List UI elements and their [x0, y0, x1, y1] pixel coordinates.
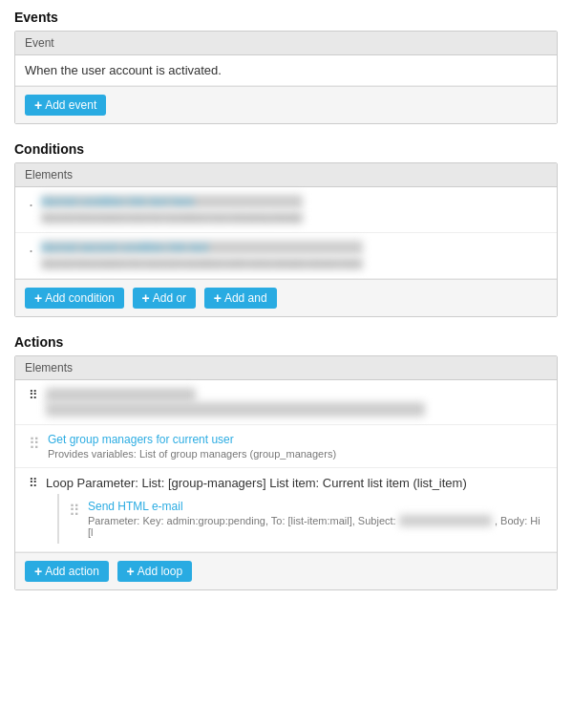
send-email-link[interactable]: Send HTML e-mail	[88, 500, 547, 513]
send-email-desc-prefix: Parameter: Key: admin:group:pending, To:…	[88, 515, 396, 526]
add-loop-plus-icon: +	[127, 565, 135, 578]
group-managers-link[interactable]: Get group managers for current user	[48, 433, 336, 446]
events-box: Event When the user account is activated…	[14, 31, 558, 124]
actions-button-row: + Add action + Add loop	[15, 552, 557, 589]
drag-handle-4[interactable]: ⠿	[69, 502, 80, 520]
group-managers-content: Get group managers for current user Prov…	[48, 433, 336, 460]
events-body: When the user account is activated. + Ad…	[15, 55, 557, 123]
add-or-label: Add or	[153, 291, 186, 305]
events-section: Events Event When the user account is ac…	[14, 10, 558, 124]
loop-content: Loop Parameter: List: [group-managers] L…	[46, 476, 467, 490]
group-managers-desc: Provides variables: List of group manage…	[48, 448, 336, 460]
condition-item-1: · blurred condition link text here blurr…	[15, 187, 557, 233]
action-desc-blurred: blurred action description text showing …	[46, 402, 425, 417]
add-event-button[interactable]: + Add event	[25, 95, 106, 116]
conditions-section: Conditions Elements · blurred condition …	[14, 141, 558, 317]
add-event-label: Add event	[45, 98, 96, 112]
loop-param2: List item: Current list item (list_item)	[269, 476, 467, 490]
action-blurred-content: blurred action title text here blurred a…	[46, 388, 425, 417]
action-item-group-managers: ⠿ Get group managers for current user Pr…	[15, 425, 557, 468]
add-and-label: Add and	[224, 291, 267, 305]
actions-header: Elements	[15, 356, 557, 380]
add-action-button[interactable]: + Add action	[25, 561, 109, 582]
add-or-plus-icon: +	[142, 291, 150, 305]
conditions-button-row: + Add condition + Add or + Add and	[15, 279, 557, 316]
drag-handle-1[interactable]: ⠿	[29, 388, 38, 402]
actions-box: Elements ⠿ blurred action title text her…	[14, 355, 558, 590]
condition-content-2: blurred second condition link text blurr…	[41, 241, 363, 270]
actions-title: Actions	[14, 334, 558, 350]
send-email-desc-blurred: blurred subject here	[399, 515, 492, 526]
send-email-desc: Parameter: Key: admin:group:pending, To:…	[88, 515, 547, 538]
actions-section: Actions Elements ⠿ blurred action title …	[14, 334, 558, 590]
add-condition-plus-icon: +	[34, 291, 42, 305]
drag-handle-2[interactable]: ⠿	[29, 435, 40, 453]
condition-link-1[interactable]: blurred condition link text here	[41, 195, 303, 208]
events-header: Event	[15, 32, 557, 55]
add-loop-label: Add loop	[138, 565, 182, 578]
events-button-row: + Add event	[15, 86, 557, 123]
add-action-label: Add action	[45, 565, 99, 578]
add-condition-label: Add condition	[45, 291, 115, 305]
add-or-button[interactable]: + Add or	[133, 288, 197, 309]
loop-header: ⠿ Loop Parameter: List: [group-managers]…	[29, 476, 547, 490]
loop-inner-action: ⠿ Send HTML e-mail Parameter: Key: admin…	[69, 494, 547, 544]
action-item-blurred-inner: ⠿ blurred action title text here blurred…	[29, 388, 547, 417]
condition-content-1: blurred condition link text here blurred…	[41, 195, 303, 225]
conditions-title: Conditions	[14, 141, 558, 157]
add-action-plus-icon: +	[34, 565, 42, 578]
condition-desc-2: blurred description for second condition…	[41, 258, 363, 269]
action-item-blurred: ⠿ blurred action title text here blurred…	[15, 380, 557, 425]
condition-desc-1: blurred description text for condition o…	[41, 212, 303, 224]
add-loop-button[interactable]: + Add loop	[117, 561, 193, 582]
add-condition-button[interactable]: + Add condition	[25, 288, 124, 309]
condition-link-2[interactable]: blurred second condition link text	[41, 241, 363, 254]
action-item-loop: ⠿ Loop Parameter: List: [group-managers]…	[15, 468, 557, 552]
loop-inner: ⠿ Send HTML e-mail Parameter: Key: admin…	[57, 494, 547, 544]
loop-param1: Parameter: List: [group-managers]	[77, 476, 266, 490]
events-title: Events	[14, 10, 558, 25]
add-and-button[interactable]: + Add and	[204, 288, 277, 309]
condition-dot-1: ·	[29, 196, 33, 213]
drag-handle-3[interactable]: ⠿	[29, 476, 38, 490]
add-event-plus-icon: +	[34, 98, 42, 112]
condition-item-2: · blurred second condition link text blu…	[15, 233, 557, 279]
conditions-header: Elements	[15, 163, 557, 187]
conditions-body: · blurred condition link text here blurr…	[15, 187, 557, 316]
event-text: When the user account is activated.	[15, 55, 557, 86]
loop-title: Loop	[46, 476, 74, 490]
condition-dot-2: ·	[29, 242, 33, 259]
conditions-box: Elements · blurred condition link text h…	[14, 162, 558, 317]
add-and-plus-icon: +	[214, 291, 222, 305]
actions-body: ⠿ blurred action title text here blurred…	[15, 380, 557, 589]
action-link-blurred[interactable]: blurred action title text here	[46, 388, 196, 402]
send-email-content: Send HTML e-mail Parameter: Key: admin:g…	[88, 500, 547, 538]
